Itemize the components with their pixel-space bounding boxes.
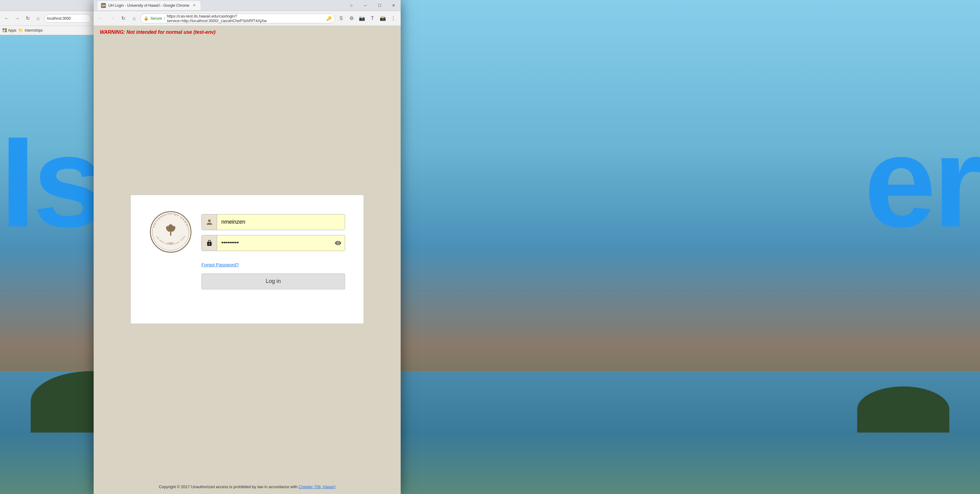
refresh-button[interactable]: ↻	[118, 14, 128, 23]
left-forward-btn[interactable]: →	[13, 14, 21, 23]
window-maximize-btn[interactable]: ☐	[372, 0, 387, 11]
left-address-bar[interactable]: localhost:3000	[44, 14, 91, 23]
text-icon-btn[interactable]: T	[368, 14, 377, 23]
uh-seal-container: UNIVERSITY OF HAWAI'I UA MAU KE EA O KA …	[149, 210, 192, 255]
left-refresh-btn[interactable]: ↻	[23, 14, 32, 23]
camera-icon-btn[interactable]: 📸	[378, 14, 388, 23]
left-home-btn[interactable]: ⌂	[34, 14, 42, 23]
secure-lock-icon: 🔒	[144, 16, 149, 21]
warning-bar: WARNING: Not intended for normal use (te…	[94, 26, 401, 39]
internships-label: Internships	[25, 28, 43, 33]
forgot-password-row: Forgot Password?	[149, 262, 345, 267]
apps-grid-icon	[2, 28, 7, 33]
left-browser-chrome: ← → ↻ ⌂ localhost:3000 Apps 📁 Internship…	[0, 0, 94, 494]
island-right	[857, 386, 949, 433]
secure-label: Secure	[150, 16, 162, 21]
window-minimize-btn[interactable]: ─	[358, 0, 372, 11]
window-controls: ☆ ─ ☐ ✕	[344, 0, 401, 11]
key-icon: 🔑	[326, 16, 332, 21]
back-button[interactable]: ←	[96, 14, 106, 23]
lock-icon	[202, 235, 217, 251]
window-star-btn[interactable]: ☆	[344, 0, 358, 11]
menu-icon-btn[interactable]: ⋮	[388, 14, 398, 23]
show-password-icon[interactable]	[331, 240, 345, 246]
left-internships-bookmark[interactable]: 📁 Internships	[18, 28, 43, 33]
url-text: https://cas-test.its.hawaii.edu/cas/logi…	[167, 14, 325, 23]
settings-icon-btn[interactable]: ⚙	[347, 14, 356, 23]
folder-icon: 📁	[18, 28, 23, 33]
page-content: WARNING: Not intended for normal use (te…	[94, 26, 401, 494]
left-back-btn[interactable]: ←	[2, 14, 11, 23]
address-bar[interactable]: 🔒 Secure | https://cas-test.its.hawaii.e…	[140, 14, 335, 23]
tab-title: UH Login - University of Hawai'i - Googl…	[108, 3, 189, 8]
form-fields	[201, 214, 345, 251]
username-input[interactable]	[217, 214, 345, 230]
left-toolbar: ← → ↻ ⌂ localhost:3000	[0, 11, 94, 26]
screenshot-icon-btn[interactable]: 📷	[357, 14, 367, 23]
forward-button[interactable]: →	[107, 14, 117, 23]
password-input-wrapper	[201, 235, 345, 251]
password-input[interactable]	[217, 235, 331, 251]
footer-link[interactable]: Chapter 708, Hawai'i	[299, 484, 336, 489]
toolbar-icons: S ⚙ 📷 T 📸 ⋮	[336, 14, 398, 23]
login-area: UNIVERSITY OF HAWAI'I UA MAU KE EA O KA …	[94, 39, 401, 480]
left-apps-bookmark[interactable]: Apps	[2, 28, 16, 33]
uh-favicon: UH	[101, 3, 106, 8]
tab-close-button[interactable]: ✕	[192, 3, 197, 8]
username-input-wrapper	[201, 214, 345, 230]
login-box: UNIVERSITY OF HAWAI'I UA MAU KE EA O KA …	[130, 195, 364, 324]
left-titlebar	[0, 0, 94, 11]
footer-text: Copyright © 2017 Unauthorized access is …	[159, 484, 298, 489]
chrome-toolbar: ← → ↻ ⌂ 🔒 Secure | https://cas-test.its.…	[94, 11, 401, 26]
forgot-password-link[interactable]: Forgot Password?	[201, 262, 239, 267]
chrome-browser-window: UH UH Login - University of Hawai'i - Go…	[94, 0, 401, 494]
left-bookmarks-bar: Apps 📁 Internships	[0, 26, 94, 35]
user-icon	[202, 214, 217, 230]
background-text-right: er	[864, 108, 980, 256]
skype-icon-btn[interactable]: S	[336, 14, 346, 23]
warning-text: WARNING: Not intended for normal use (te…	[100, 29, 216, 35]
page-footer: Copyright © 2017 Unauthorized access is …	[94, 480, 401, 494]
url-separator: |	[164, 16, 165, 21]
login-form-row: UNIVERSITY OF HAWAI'I UA MAU KE EA O KA …	[149, 210, 345, 255]
uh-seal-svg: UNIVERSITY OF HAWAI'I UA MAU KE EA O KA …	[149, 210, 192, 253]
login-button[interactable]: Log in	[201, 273, 345, 289]
svg-text:1907: 1907	[168, 242, 174, 245]
window-close-btn[interactable]: ✕	[387, 0, 401, 11]
home-button[interactable]: ⌂	[129, 14, 139, 23]
chrome-titlebar: UH UH Login - University of Hawai'i - Go…	[94, 0, 401, 11]
chrome-tab[interactable]: UH UH Login - University of Hawai'i - Go…	[97, 1, 200, 10]
apps-label: Apps	[8, 28, 16, 33]
login-button-row: Log in	[149, 273, 345, 289]
